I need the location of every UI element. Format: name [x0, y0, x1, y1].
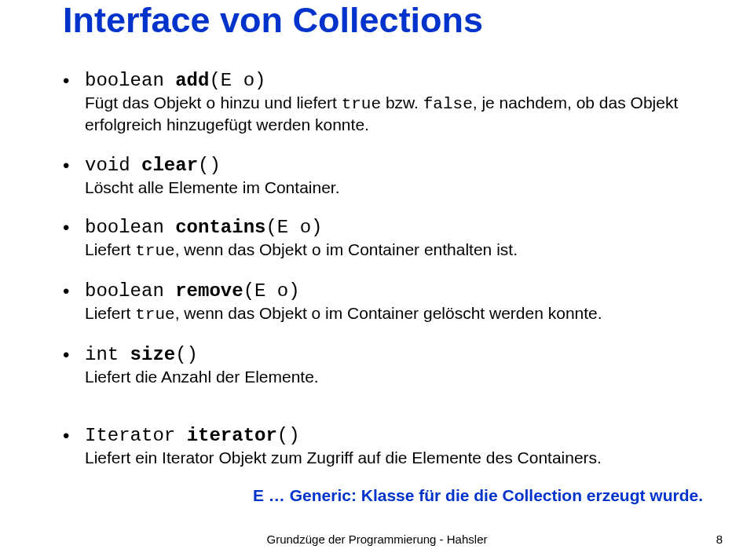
bullet-list: boolean add(E o) Fügt das Objekt o hinzu… — [63, 69, 707, 468]
bullet-item: boolean contains(E o) Liefert true, wenn… — [63, 216, 707, 262]
method-description: Liefert true, wenn das Objekt o im Conta… — [85, 240, 707, 262]
slide-title: Interface von Collections — [63, 0, 707, 41]
method-signature: void clear() — [85, 155, 221, 176]
method-description: Liefert true, wenn das Objekt o im Conta… — [85, 303, 707, 325]
method-signature: int size() — [85, 344, 198, 365]
footer-text: Grundzüge der Programmierung - Hahsler — [0, 533, 754, 546]
bullet-item: Iterator iterator() Liefert ein Iterator… — [63, 424, 707, 468]
method-description: Löscht alle Elemente im Container. — [85, 178, 707, 198]
bullet-item: int size() Liefert die Anzahl der Elemen… — [63, 343, 707, 387]
page-number: 8 — [716, 533, 723, 546]
bullet-item: boolean remove(E o) Liefert true, wenn d… — [63, 280, 707, 325]
method-description: Liefert ein Iterator Objekt zum Zugriff … — [85, 448, 707, 468]
bullet-item: boolean add(E o) Fügt das Objekt o hinzu… — [63, 69, 707, 136]
method-signature: Iterator iterator() — [85, 425, 300, 446]
method-signature: boolean remove(E o) — [85, 280, 300, 302]
method-signature: boolean contains(E o) — [85, 217, 322, 238]
method-description: Fügt das Objekt o hinzu und liefert true… — [85, 93, 707, 136]
method-signature: boolean add(E o) — [85, 70, 265, 91]
bullet-item: void clear() Löscht alle Elemente im Con… — [63, 154, 707, 198]
generic-note: E … Generic: Klasse für die die Collecti… — [63, 486, 707, 505]
method-description: Liefert die Anzahl der Elemente. — [85, 367, 707, 387]
slide-content: Interface von Collections boolean add(E … — [0, 0, 754, 505]
